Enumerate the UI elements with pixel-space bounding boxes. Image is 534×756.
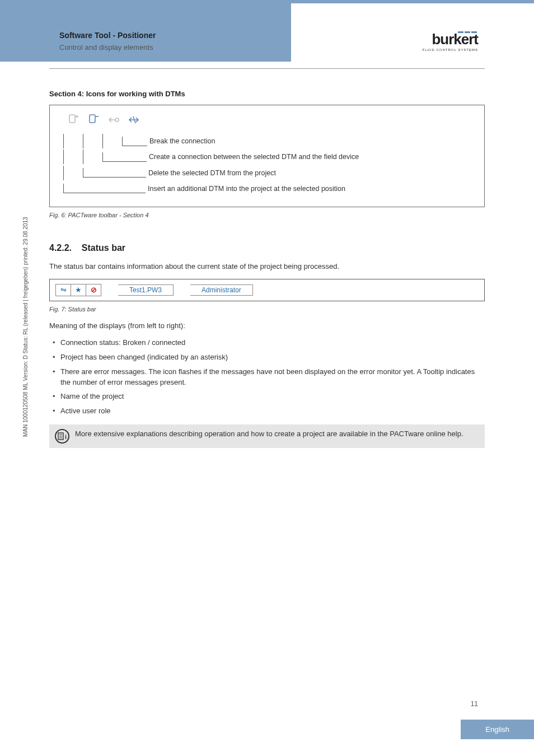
svg-text:i: i (65, 433, 67, 440)
svg-point-5 (115, 118, 119, 122)
toolbar-icon-row (65, 112, 476, 128)
side-metadata: MAN 1000120508 ML Version: D Status: RL … (22, 217, 29, 437)
bullet-5: Active user role (60, 406, 485, 417)
doc-title: Software Tool - Positioner (59, 31, 156, 40)
heading-text: Status bar (82, 243, 125, 253)
error-indicator-icon: ⊘ (86, 284, 101, 296)
section-4-title: Section 4: Icons for working with DTMs (49, 90, 485, 98)
info-icon: i (55, 429, 69, 444)
heading-number: 4.2.2. (49, 243, 72, 253)
info-note-text: More extensive explanations describing o… (75, 429, 463, 440)
project-name-cell: Test1.PW3 (118, 284, 174, 296)
heading-4-2-2: 4.2.2. Status bar (49, 243, 485, 253)
meaning-list: Connection status: Broken / connected Pr… (49, 338, 485, 417)
figure-7-box: ⇋ ★ ⊘ Test1.PW3 Administrator (49, 279, 485, 301)
svg-rect-0 (69, 115, 75, 123)
page-number: 11 (471, 700, 478, 708)
callout-tree: Break the connection Create a connection… (58, 133, 476, 197)
delete-dtm-icon (86, 112, 101, 128)
info-note: i More extensive explanations describing… (49, 424, 485, 448)
insert-dtm-icon (65, 112, 81, 128)
figure-7-caption: Fig. 7: Status bar (49, 306, 485, 312)
header-divider (49, 68, 485, 69)
page-header: Software Tool - Positioner Control and d… (59, 31, 478, 52)
svg-rect-3 (90, 115, 95, 123)
status-intro: The status bar contains information abou… (49, 261, 485, 272)
connection-status-icon: ⇋ (56, 284, 71, 296)
top-bar-thin (291, 0, 534, 3)
logo-word: burkert (423, 31, 478, 48)
connect-dtm-icon (106, 112, 121, 128)
user-role-cell: Administrator (190, 284, 253, 296)
brand-logo: burkert FLUID CONTROL SYSTEMS (423, 31, 478, 52)
bullet-3: There are error messages. The icon flash… (60, 367, 485, 388)
project-changed-icon: ★ (71, 284, 86, 296)
callout-3: Delete the selected DTM from the project (146, 165, 276, 181)
disconnect-dtm-icon (126, 112, 142, 128)
logo-sub: FLUID CONTROL SYSTEMS (423, 48, 478, 52)
doc-subtitle: Control and display elements (59, 43, 156, 52)
callout-4: Insert an additional DTM into the projec… (146, 181, 345, 197)
bullet-4: Name of the project (60, 391, 485, 402)
language-tab: English (461, 720, 534, 739)
callout-1: Break the connection (147, 133, 215, 149)
meaning-intro: Meaning of the displays (from left to ri… (49, 320, 485, 332)
figure-6-caption: Fig. 6: PACTware toolbar - Section 4 (49, 212, 485, 218)
callout-2: Create a connection between the selected… (147, 149, 359, 165)
bullet-1: Connection status: Broken / connected (60, 338, 485, 348)
status-icon-group: ⇋ ★ ⊘ (55, 284, 101, 296)
figure-6-box: Break the connection Create a connection… (49, 105, 485, 207)
bullet-2: Project has been changed (indicated by a… (60, 352, 485, 363)
